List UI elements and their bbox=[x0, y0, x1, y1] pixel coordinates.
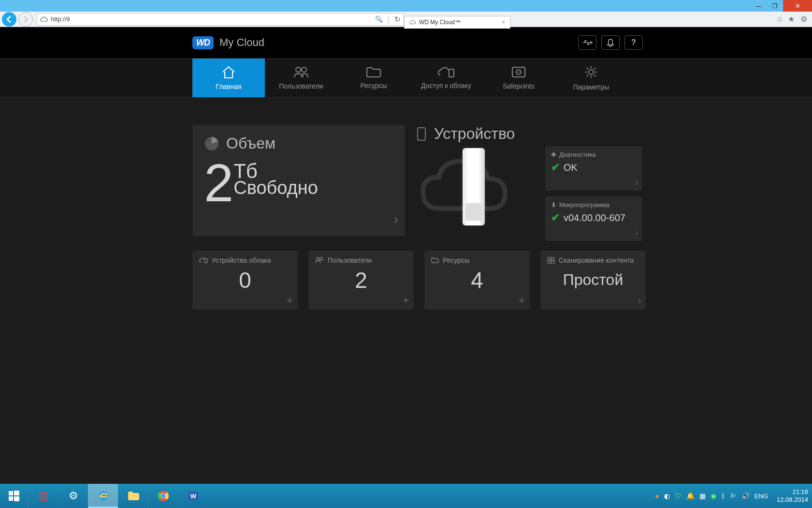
svg-text:W: W bbox=[190, 493, 196, 500]
browser-tab[interactable]: WD My Cloud™ × bbox=[404, 16, 510, 29]
usb-icon bbox=[582, 39, 593, 46]
dashboard-row-1: Объем 2 Тб Свободно › Устройство bbox=[192, 125, 648, 241]
browser-actions: ⌂ ★ ⚙ bbox=[777, 15, 812, 24]
svg-rect-16 bbox=[9, 491, 13, 495]
shares-card[interactable]: Ресурсы 4 + bbox=[424, 251, 530, 310]
tray-bluetooth-icon[interactable]: ᛒ bbox=[721, 492, 725, 500]
chevron-right-icon: › bbox=[638, 296, 641, 306]
usb-button[interactable] bbox=[578, 35, 596, 50]
tray-notifications-icon[interactable]: 🔔 bbox=[686, 492, 695, 500]
tab-cloud-icon bbox=[409, 20, 416, 25]
nav-label: Пользователи bbox=[279, 82, 323, 90]
taskbar-ie[interactable] bbox=[88, 484, 118, 508]
tray-clock[interactable]: 21:16 12.08.2014 bbox=[777, 488, 808, 503]
check-icon: ✔ bbox=[551, 211, 560, 224]
device-title-text: Устройство bbox=[434, 125, 515, 143]
window-titlebar: — ❐ ✕ bbox=[0, 0, 812, 12]
diagnostics-value: ✔ OK bbox=[551, 161, 636, 174]
cloud-devices-card[interactable]: Устройства облака 0 + bbox=[192, 251, 298, 310]
firmware-value: ✔ v04.00.00-607 bbox=[551, 211, 636, 224]
nav-settings[interactable]: Параметры bbox=[555, 59, 627, 97]
svg-point-1 bbox=[302, 67, 306, 72]
nav-forward-button[interactable] bbox=[18, 12, 33, 27]
cloud-devices-label: Устройства облака bbox=[199, 256, 291, 264]
notifications-button[interactable] bbox=[601, 35, 620, 50]
firmware-card[interactable]: ⬇ Микропрограмма ✔ v04.00.00-607 › bbox=[545, 196, 642, 241]
tray-language[interactable]: ENG bbox=[754, 493, 768, 500]
app-icon: ⚙ bbox=[69, 490, 78, 502]
capacity-value: 2 Тб Свободно bbox=[204, 156, 393, 209]
home-icon bbox=[221, 65, 236, 79]
window-close-button[interactable]: ✕ bbox=[783, 0, 812, 12]
nav-label: Доступ к облаку bbox=[421, 82, 471, 90]
scan-icon bbox=[547, 257, 555, 264]
help-button[interactable]: ? bbox=[624, 35, 643, 50]
refresh-icon[interactable]: ↻ bbox=[394, 15, 401, 24]
address-bar[interactable]: http://9 🔍 │ ↻ bbox=[37, 13, 404, 26]
device-tower-image bbox=[463, 148, 485, 225]
product-name: My Cloud bbox=[219, 36, 264, 49]
main-nav: Главная Пользователи Ресурсы Доступ к об… bbox=[0, 58, 812, 98]
taskbar-chrome[interactable] bbox=[148, 484, 178, 508]
start-button[interactable] bbox=[0, 484, 28, 508]
window-maximize-button[interactable]: ❐ bbox=[767, 0, 783, 12]
page-content: WD My Cloud ? Главная Пользо bbox=[0, 27, 812, 484]
plus-icon[interactable]: + bbox=[287, 294, 293, 307]
capacity-card[interactable]: Объем 2 Тб Свободно › bbox=[192, 125, 405, 236]
taskbar-explorer[interactable] bbox=[118, 484, 148, 508]
shares-card-label: Ресурсы bbox=[431, 256, 523, 264]
nav-users[interactable]: Пользователи bbox=[265, 59, 337, 97]
content-scan-card[interactable]: Сканирование контента Простой › bbox=[540, 251, 646, 310]
nav-shares[interactable]: Ресурсы bbox=[337, 59, 410, 97]
svg-point-11 bbox=[320, 257, 323, 260]
device-title: Устройство bbox=[416, 125, 536, 143]
svg-rect-19 bbox=[14, 496, 19, 501]
favorites-icon[interactable]: ★ bbox=[788, 15, 795, 24]
svg-point-0 bbox=[296, 67, 301, 72]
cloud-device-icon bbox=[437, 66, 455, 78]
word-icon: W bbox=[188, 490, 199, 502]
nav-home[interactable]: Главная bbox=[192, 59, 265, 97]
tray-flag-icon[interactable]: 🏳 bbox=[730, 492, 737, 500]
taskbar-app-2[interactable]: ⚙ bbox=[58, 484, 88, 508]
search-icon[interactable]: 🔍 bbox=[375, 15, 383, 23]
plus-icon[interactable]: + bbox=[403, 294, 409, 307]
tray-icon[interactable]: ● bbox=[655, 492, 659, 500]
taskbar-app-1[interactable]: ▥ bbox=[28, 484, 58, 508]
tray-icon[interactable]: ▦ bbox=[699, 492, 706, 500]
svg-rect-15 bbox=[551, 261, 554, 263]
diagnostics-card[interactable]: ✚ Диагностика ✔ OK › bbox=[545, 146, 642, 191]
brand: WD My Cloud bbox=[192, 36, 264, 49]
home-icon[interactable]: ⌂ bbox=[777, 15, 782, 24]
chrome-icon bbox=[158, 490, 169, 502]
nav-back-button[interactable] bbox=[2, 12, 16, 27]
tab-close-icon[interactable]: × bbox=[502, 19, 505, 26]
diagnostics-label: ✚ Диагностика bbox=[551, 151, 636, 158]
chevron-right-icon: › bbox=[393, 211, 398, 227]
wd-logo: WD bbox=[192, 36, 214, 49]
settings-icon[interactable]: ⚙ bbox=[800, 15, 807, 24]
taskbar-apps: ▥ ⚙ W bbox=[28, 484, 208, 508]
tray-date: 12.08.2014 bbox=[777, 496, 808, 504]
system-tray: ● ◐ 🛡 🔔 ▦ ◉ ᛒ 🏳 🔊 ENG 21:16 12.08.2014 bbox=[655, 488, 812, 503]
cloud-devices-icon bbox=[199, 257, 208, 263]
bell-icon bbox=[606, 38, 615, 47]
tray-nvidia-icon[interactable]: ◉ bbox=[710, 492, 716, 500]
taskbar-word[interactable]: W bbox=[178, 484, 208, 508]
users-card[interactable]: Пользователи 2 + bbox=[308, 251, 414, 310]
nav-cloud-access[interactable]: Доступ к облаку bbox=[410, 59, 482, 97]
tray-volume-icon[interactable]: 🔊 bbox=[741, 492, 750, 500]
device-section: Устройство ✚ Диагностика bbox=[416, 125, 642, 241]
tray-icon[interactable]: ◐ bbox=[664, 492, 670, 500]
svg-rect-9 bbox=[204, 259, 207, 263]
window-minimize-button[interactable]: — bbox=[750, 0, 767, 12]
url-text: http://9 bbox=[51, 15, 375, 23]
plus-icon[interactable]: + bbox=[519, 294, 525, 307]
tray-shield-icon[interactable]: 🛡 bbox=[675, 492, 682, 500]
capacity-number: 2 bbox=[204, 156, 233, 209]
dashboard: Объем 2 Тб Свободно › Устройство bbox=[0, 98, 648, 310]
cloud-devices-value: 0 bbox=[199, 267, 291, 293]
nav-safepoints[interactable]: Safepoints bbox=[482, 59, 555, 97]
tab-strip: WD My Cloud™ × bbox=[404, 12, 510, 27]
drive-icon bbox=[416, 127, 427, 141]
